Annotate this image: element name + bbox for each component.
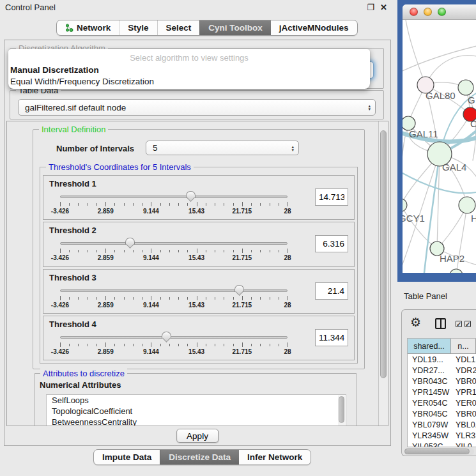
table-row[interactable]: YDR27...YDR2... [408, 365, 476, 376]
table-panel-title: Table Panel [404, 291, 447, 301]
mac-minimize-icon[interactable] [424, 8, 432, 16]
table-cell: YDR27... [408, 366, 451, 375]
slider-ticks [60, 296, 288, 301]
table-cell: YBL079W [408, 420, 451, 429]
tab-select[interactable]: Select [157, 20, 200, 35]
attribute-item[interactable]: BetweennessCentrality [47, 417, 346, 426]
checkbox-checked-icon[interactable]: ✓ [464, 321, 471, 327]
node-attribute-table: shared...n... YDL19...YDL1...YDR27...YDR… [407, 338, 476, 447]
tab-impute-data[interactable]: Impute Data [94, 450, 160, 464]
table-cell: YBL0... [451, 420, 476, 429]
settings-scrollbar-thumb[interactable] [380, 130, 387, 378]
table-column-header[interactable]: shared... [408, 339, 451, 353]
table-cell: YDL19... [408, 355, 451, 364]
threshold-value-input[interactable] [315, 235, 348, 252]
slider-thumb-icon[interactable] [234, 285, 244, 295]
dropdown-option-manual-discretization[interactable]: Manual Discretization [8, 65, 370, 76]
table-cell: YPR1... [451, 388, 476, 397]
tab-network[interactable]: Network [57, 20, 119, 35]
table-cell: YIL0... [451, 442, 476, 448]
threshold-value-input[interactable] [315, 329, 348, 346]
combo-spinner-icon: ▴ ▾ [368, 104, 371, 111]
settings-scrollpane: Interval Definition Number of Intervals … [6, 121, 388, 426]
tab-infer-network[interactable]: Infer Network [239, 450, 311, 464]
attributes-scrollbar-thumb[interactable] [339, 396, 344, 423]
slider-thumb-icon[interactable] [125, 238, 135, 247]
table-column-header[interactable]: n... [451, 339, 476, 353]
network-icon [65, 24, 73, 32]
network-node-h[interactable] [459, 197, 475, 213]
table-data-combobox[interactable]: galFiltered.sif default node ▴ ▾ [18, 99, 376, 116]
node-label: GCY1 [403, 213, 425, 224]
table-row[interactable]: YIL053CYIL0... [408, 441, 476, 447]
tab-label: Discretize Data [169, 452, 231, 462]
network-node-gcy1[interactable] [403, 199, 407, 211]
settings-vertical-scrollbar[interactable] [378, 121, 388, 426]
table-row[interactable]: YLR345WYLR3... [408, 430, 476, 441]
number-of-intervals-label: Number of Intervals [56, 144, 134, 153]
threshold-value-input[interactable] [315, 282, 348, 300]
apply-button[interactable]: Apply [176, 429, 219, 443]
slider-tick-labels: -3.4262.8599.14415.4321.71528 [60, 302, 288, 309]
dropdown-options: Manual DiscretizationEqual Width/Frequen… [8, 65, 370, 88]
slider-tick-labels: -3.4262.8599.14415.4321.71528 [60, 254, 288, 262]
slider-thumb-icon[interactable] [186, 191, 196, 201]
mac-zoom-icon[interactable] [438, 8, 446, 16]
dropdown-placeholder-item[interactable]: Select algorithm to view settings [8, 53, 370, 65]
table-row[interactable]: YER054CYER0... [408, 397, 476, 408]
dropdown-option-equal-width-frequency-discretization[interactable]: Equal Width/Frequency Discretization [8, 76, 370, 88]
node-label: GAL80 [426, 90, 456, 101]
threshold-label: Threshold 1 [49, 179, 96, 188]
slider-ticks [60, 249, 288, 254]
table-horizontal-scrollbar[interactable] [404, 448, 474, 455]
slider-thumb-icon[interactable] [162, 332, 171, 341]
tab-style[interactable]: Style [119, 20, 157, 35]
cyni-toolbox-panel: Discretization Algorithm ▴ ▾ Select algo… [4, 40, 391, 446]
close-window-icon[interactable]: ✕ [380, 3, 387, 12]
number-of-intervals-combobox[interactable]: 5 ▴ ▾ [146, 141, 299, 155]
table-cell: YIL053C [408, 442, 451, 448]
table-row[interactable]: YDL19...YDL1... [408, 354, 476, 365]
slider-tick-labels: -3.4262.8599.14415.4321.71528 [60, 348, 288, 356]
split-columns-icon[interactable] [435, 318, 446, 329]
float-window-icon[interactable]: ❐ [367, 3, 374, 12]
gear-icon[interactable]: ⚙ [410, 315, 421, 330]
table-row[interactable]: YBR043CYBR0... [408, 376, 476, 387]
checkbox-checked-icon[interactable]: ✓ [456, 321, 462, 327]
slider-ticks [60, 342, 288, 348]
threshold-slider[interactable]: -3.4262.8599.14415.4321.71528 [60, 191, 288, 218]
network-graph[interactable]: GAL80GAL11GAL4GCY1HHAP2GC [403, 20, 476, 273]
node-label: HAP2 [440, 253, 464, 264]
table-row[interactable]: YBL079WYBL0... [408, 419, 476, 430]
table-row[interactable]: YBR045CYBR0... [408, 408, 476, 419]
tab-label: Infer Network [247, 452, 302, 462]
attribute-item[interactable]: SelfLoops [47, 395, 346, 406]
attribute-item[interactable]: TopologicalCoefficient [47, 406, 346, 417]
mac-close-icon[interactable] [410, 8, 418, 16]
threshold-slider[interactable]: -3.4262.8599.14415.4321.71528 [60, 238, 288, 265]
attributes-group: Attributes to discretize Numerical Attri… [34, 373, 357, 426]
threshold-slider[interactable]: -3.4262.8599.14415.4321.71528 [60, 332, 288, 358]
threshold-slider[interactable]: -3.4262.8599.14415.4321.71528 [60, 285, 288, 312]
table-cell: YDL1... [451, 355, 476, 364]
attributes-list-scrollbar[interactable] [338, 395, 345, 426]
network-canvas[interactable]: GAL80GAL11GAL4GCY1HHAP2GC [403, 20, 476, 273]
table-scrollbar-thumb[interactable] [404, 449, 470, 454]
threshold-label: Threshold 3 [49, 273, 96, 282]
threshold-label: Threshold 2 [49, 226, 96, 235]
table-row[interactable]: YPR145WYPR1... [408, 387, 476, 397]
network-node[interactable] [450, 269, 463, 273]
threshold-value-input[interactable] [315, 188, 348, 206]
tab-discretize-data[interactable]: Discretize Data [160, 450, 239, 464]
network-node[interactable] [458, 80, 473, 95]
control-panel-title: Control Panel [5, 3, 56, 12]
tab-cyni-toolbox[interactable]: Cyni Toolbox [199, 20, 271, 35]
tab-jactivemnodules[interactable]: jActiveMNodules [271, 20, 357, 35]
numerical-attributes-list[interactable]: SelfLoopsTopologicalCoefficientBetweenne… [46, 394, 346, 426]
table-cell: YLR3... [451, 431, 476, 440]
node-label-partial: C [470, 118, 476, 129]
numerical-attributes-label: Numerical Attributes [40, 380, 121, 390]
tab-label: Select [166, 23, 192, 33]
node-label: GAL11 [409, 128, 438, 139]
slider-tick-labels: -3.4262.8599.14415.4321.71528 [60, 208, 288, 215]
